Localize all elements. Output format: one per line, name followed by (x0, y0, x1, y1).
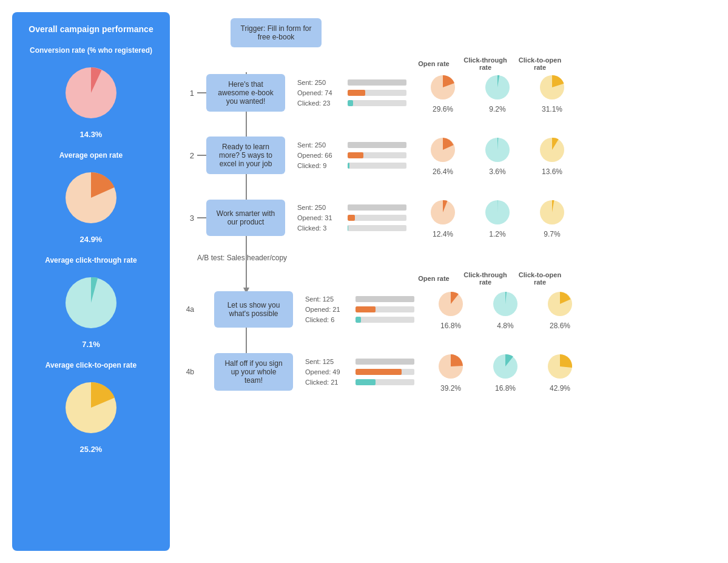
bar-opened-1 (348, 90, 406, 96)
pie-ctr-2: 3.6% (473, 135, 522, 176)
ab-step-4b: 4b (182, 368, 194, 376)
pie-ctr-4a: 4.8% (481, 289, 530, 330)
bar-opened-3 (348, 215, 406, 221)
step-1-number: 1 (182, 89, 194, 98)
metric-conversion-label: Conversion rate (% who registered) (30, 46, 152, 55)
pie-open-rate-3: 12.4% (419, 197, 467, 238)
ab-col-header-ctor: Click-to-open rate (513, 271, 567, 286)
col-header-ctr: Click-through rate (458, 56, 513, 71)
email-flow: 1 Here's that awesome e-book you wanted!… (182, 72, 716, 238)
stat-opened-2: Opened: 66 (297, 152, 406, 159)
stat-sent-3: Sent: 250 (297, 204, 406, 211)
stat-sent-4b: Sent: 125 (305, 358, 414, 365)
bar-sent-2 (348, 142, 406, 148)
col-header-open-rate: Open rate (410, 60, 458, 67)
metric-conversion-value: 14.3% (80, 130, 103, 139)
stat-sent-2: Sent: 250 (297, 141, 406, 149)
pie-metrics-2: 26.4% 3.6% 13.6% (419, 135, 576, 176)
bar-clicked-2 (348, 163, 406, 169)
email-box-2: Ready to learn more? 5 ways to excel in … (206, 137, 285, 174)
metric-ctor-label: Average click-to-open rate (46, 361, 136, 369)
pie-ctor-1: 31.1% (528, 72, 576, 113)
open-rate-val-3: 12.4% (433, 230, 453, 238)
bar-sent-3 (348, 204, 406, 211)
main-content: Trigger: Fill in form for free e-book Op… (182, 12, 716, 551)
ab-col-header-open-rate: Open rate (410, 275, 458, 282)
pie-open-rate-4a: 16.8% (426, 289, 475, 330)
stat-clicked-2: Clicked: 9 (297, 162, 406, 169)
conversion-rate-pie (58, 59, 124, 126)
stat-opened-4b: Opened: 49 (305, 368, 414, 376)
pie-open-rate-2: 26.4% (419, 135, 467, 176)
pie-ctor-4a: 28.6% (536, 289, 584, 330)
bar-sent-4b (356, 359, 414, 365)
ab-section: 4a Let us show you what's possible Sent:… (182, 289, 716, 393)
email-box-3: Work smarter with our product (206, 200, 285, 236)
pie-ctor-3: 9.7% (528, 197, 576, 238)
bar-opened-4a (356, 306, 414, 312)
metric-open-value: 24.9% (80, 235, 103, 244)
open-rate-pie (58, 164, 124, 231)
stat-clicked-3: Clicked: 3 (297, 224, 406, 232)
metric-open-rate: Average open rate 24.9% (21, 151, 161, 244)
ab-stats-4a: Sent: 125 Opened: 21 Clicked: 6 (305, 295, 414, 323)
stats-1: Sent: 250 Opened: 74 Clicked: 23 (297, 79, 406, 107)
step-2-number: 2 (182, 151, 194, 160)
open-rate-val-4b: 39.2% (440, 384, 461, 393)
metric-conversion-rate: Conversion rate (% who registered) 14.3% (21, 46, 161, 139)
metric-open-label: Average open rate (59, 151, 123, 160)
ctr-val-3: 1.2% (489, 230, 505, 238)
email-box-4b: Half off if you sign up your whole team! (214, 353, 293, 391)
stat-sent-1: Sent: 250 (297, 79, 406, 86)
trigger-box: Trigger: Fill in form for free e-book (231, 18, 322, 47)
stat-opened-4a: Opened: 21 (305, 306, 414, 313)
stat-clicked-4a: Clicked: 6 (305, 316, 414, 323)
bar-clicked-3 (348, 225, 406, 231)
pie-ctor-2: 13.6% (528, 135, 576, 176)
bar-clicked-1 (348, 100, 406, 106)
bar-clicked-4a (356, 317, 414, 323)
email-box-4a: Let us show you what's possible (214, 291, 293, 328)
ab-stats-4b: Sent: 125 Opened: 49 Clicked: 21 (305, 358, 414, 386)
bar-opened-4b (356, 369, 414, 375)
stat-clicked-1: Clicked: 23 (297, 99, 406, 107)
ctor-val-3: 9.7% (544, 230, 560, 238)
pie-metrics-1: 29.6% 9.2% 31.1% (419, 72, 576, 113)
metric-ctor-value: 25.2% (80, 445, 103, 454)
stat-sent-4a: Sent: 125 (305, 295, 414, 303)
stats-2: Sent: 250 Opened: 66 Clicked: 9 (297, 141, 406, 169)
page: Overall campaign performance Conversion … (0, 0, 728, 563)
col-header-ctor: Click-to-open rate (513, 56, 567, 71)
step-3-hline (197, 217, 206, 218)
step-2-hline (197, 155, 206, 156)
pie-ctr-3: 1.2% (473, 197, 522, 238)
metric-ctr: Average click-through rate 7.1% (21, 256, 161, 349)
stat-opened-3: Opened: 31 (297, 214, 406, 221)
ab-step-4a: 4a (182, 305, 194, 314)
bar-opened-2 (348, 152, 406, 158)
pie-metrics-4a: 16.8% 4.8% 28.6% (426, 289, 584, 330)
email-box-1: Here's that awesome e-book you wanted! (206, 74, 285, 112)
metric-ctr-label: Average click-through rate (45, 256, 137, 265)
pie-ctr-4b: 16.8% (481, 351, 530, 393)
stats-3: Sent: 250 Opened: 31 Clicked: 3 (297, 204, 406, 232)
open-rate-val-4a: 16.8% (440, 322, 461, 330)
ctr-val-2: 3.6% (489, 167, 505, 176)
open-rate-val-2: 26.4% (433, 167, 453, 176)
step-1-hline (197, 92, 206, 93)
bar-sent-1 (348, 79, 406, 86)
open-rate-val-1: 29.6% (433, 105, 453, 113)
ctr-val-4b: 16.8% (495, 384, 516, 393)
bar-sent-4a (356, 296, 414, 302)
pie-metrics-4b: 39.2% 16.8% (426, 351, 584, 393)
ctr-pie (58, 269, 124, 336)
pie-metrics-3: 12.4% 1.2% 9.7% (419, 197, 576, 238)
pie-ctr-1: 9.2% (473, 72, 522, 113)
pie-open-rate-1: 29.6% (419, 72, 467, 113)
ctor-pie (58, 374, 124, 441)
ab-col-header-ctr: Click-through rate (458, 271, 513, 286)
ab-test-label: A/B test: Sales header/copy (197, 254, 716, 262)
stat-opened-1: Opened: 74 (297, 89, 406, 96)
pie-open-rate-4b: 39.2% (426, 351, 475, 393)
metric-ctor: Average click-to-open rate 25.2% (21, 361, 161, 454)
